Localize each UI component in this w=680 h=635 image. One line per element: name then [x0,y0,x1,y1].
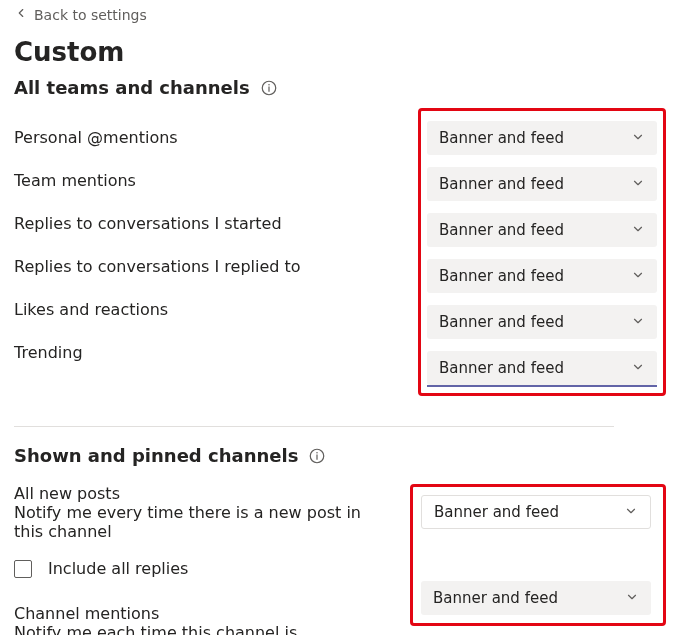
team-mentions-label: Team mentions [14,171,378,190]
chevron-down-icon [631,221,645,240]
replies-replied-to-label: Replies to conversations I replied to [14,257,378,276]
chevron-down-icon [624,503,638,522]
highlight-box-all-teams: Banner and feed Banner and feed Banner a… [418,108,666,396]
trending-dropdown[interactable]: Banner and feed [427,351,657,385]
personal-mentions-dropdown[interactable]: Banner and feed [427,121,657,155]
chevron-down-icon [625,589,639,608]
likes-reactions-dropdown[interactable]: Banner and feed [427,305,657,339]
info-icon[interactable] [308,447,326,465]
svg-point-5 [317,451,319,453]
chevron-down-icon [631,267,645,286]
page-title: Custom [14,37,666,67]
all-new-posts-sub: Notify me every time there is a new post… [14,503,370,541]
chevron-down-icon [631,175,645,194]
dropdown-value: Banner and feed [439,267,564,285]
personal-mentions-label: Personal @mentions [14,128,378,147]
section-title: Shown and pinned channels [14,445,298,466]
include-all-replies-row[interactable]: Include all replies [14,559,370,578]
team-mentions-dropdown[interactable]: Banner and feed [427,167,657,201]
dropdown-value: Banner and feed [439,313,564,331]
chevron-down-icon [631,313,645,332]
trending-label: Trending [14,343,378,362]
chevron-down-icon [631,359,645,378]
all-new-posts-label: All new posts [14,484,370,503]
likes-reactions-label: Likes and reactions [14,300,378,319]
back-label: Back to settings [34,7,147,23]
dropdown-value: Banner and feed [439,221,564,239]
highlight-box-shown-pinned: Banner and feed Banner and feed [410,484,666,626]
replies-replied-to-dropdown[interactable]: Banner and feed [427,259,657,293]
checkbox-icon [14,560,32,578]
chevron-down-icon [631,129,645,148]
dropdown-value: Banner and feed [439,359,564,377]
svg-point-2 [268,83,270,85]
shown-pinned-left: All new posts Notify me every time there… [14,484,370,635]
include-all-replies-label: Include all replies [48,559,188,578]
dropdown-value: Banner and feed [434,503,559,521]
all-new-posts-dropdown[interactable]: Banner and feed [421,495,651,529]
info-icon[interactable] [260,79,278,97]
replies-started-label: Replies to conversations I started [14,214,378,233]
channel-mentions-sub: Notify me each time this channel is ment… [14,623,370,635]
section-divider [14,426,614,427]
dropdown-value: Banner and feed [433,589,558,607]
channel-mentions-dropdown[interactable]: Banner and feed [421,581,651,615]
dropdown-value: Banner and feed [439,175,564,193]
all-teams-dropdowns: Banner and feed Banner and feed Banner a… [427,121,657,385]
back-to-settings-link[interactable]: Back to settings [14,4,666,33]
spacer [421,529,655,581]
chevron-left-icon [14,6,28,23]
section-all-teams: Personal @mentions Team mentions Replies… [14,116,666,396]
dropdown-value: Banner and feed [439,129,564,147]
all-teams-labels: Personal @mentions Team mentions Replies… [14,116,378,362]
section-title: All teams and channels [14,77,250,98]
replies-started-dropdown[interactable]: Banner and feed [427,213,657,247]
channel-mentions-label: Channel mentions [14,604,370,623]
section-header-shown-pinned: Shown and pinned channels [14,445,666,466]
section-header-all-teams: All teams and channels [14,77,666,98]
section-shown-pinned: All new posts Notify me every time there… [14,484,666,635]
